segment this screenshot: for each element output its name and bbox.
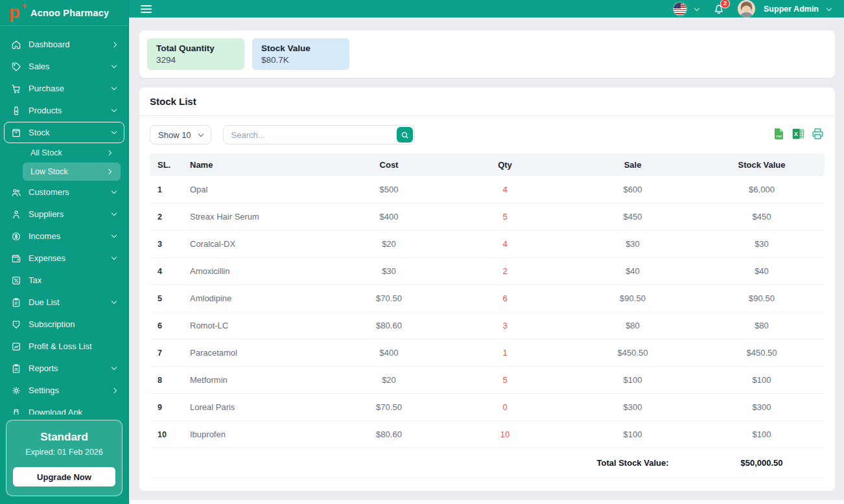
user-name[interactable]: Supper Admin [764, 5, 819, 14]
cell-sl: 4 [150, 258, 182, 285]
chevron-down-icon [111, 129, 117, 134]
content: Total Quantity 3294 Stock Value $80.7K S… [129, 17, 844, 491]
sidebar-item-dashboard[interactable]: Dashboard [4, 34, 124, 55]
chevron-right-icon [106, 169, 111, 174]
sidebar-item-products[interactable]: Products [4, 100, 124, 121]
us-flag-icon[interactable] [674, 3, 686, 16]
cell-stock_value: $100 [699, 367, 825, 394]
cell-sale: $100 [567, 421, 699, 448]
hamburger-icon[interactable] [141, 3, 152, 15]
sidebar-item-sales[interactable]: Sales [4, 56, 124, 77]
cell-sl: 1 [150, 176, 182, 203]
sidebar-item-suppliers[interactable]: Suppliers [4, 203, 124, 225]
sidebar-item-profit-loss-list[interactable]: Profit & Loss List [4, 336, 124, 357]
sidebar-item-label: Stock [29, 128, 105, 137]
sidebar-item-label: Download Apk [29, 407, 118, 415]
sidebar-item-due-list[interactable]: Due List [4, 292, 124, 313]
search-input[interactable] [223, 125, 415, 144]
cell-name: Opal [182, 176, 334, 203]
search-box [223, 125, 415, 144]
avatar[interactable] [738, 0, 755, 17]
total-stock-value-label: Total Stock Value: [567, 448, 699, 478]
table-row: 3Coralcal-DX$204$30$30 [150, 231, 825, 258]
sidebar-item-label: Incomes [29, 231, 105, 241]
topbar-right: 2 Supper Admin [674, 0, 831, 17]
cell-sl: 6 [150, 312, 182, 339]
table-row: 7Paracetamol$4001$450.50$450.50 [150, 339, 825, 367]
table-row: 4Amoxicillin$302$40$40 [150, 258, 825, 285]
cell-sale: $90.50 [567, 285, 699, 312]
cell-sale: $100 [567, 367, 699, 394]
sidebar-item-tax[interactable]: Tax [4, 269, 124, 291]
cart-icon [10, 83, 21, 94]
cell-cost: $400 [334, 339, 443, 367]
search-button[interactable] [397, 127, 413, 143]
column-header-stock-value: Stock Value [699, 154, 825, 176]
cell-name: Streax Hair Serum [182, 203, 334, 231]
show-entries-select[interactable]: Show 10 [150, 125, 211, 144]
footer-strip [129, 500, 844, 504]
cell-sl: 10 [150, 421, 182, 448]
sidebar-subitem-all-stock[interactable]: All Stock [23, 144, 121, 162]
chevron-down-icon [111, 299, 117, 304]
stat-value: $80.7K [261, 55, 340, 65]
sidebar-item-purchase[interactable]: Purchase [4, 78, 124, 99]
sidebar-item-incomes[interactable]: Incomes [4, 225, 124, 247]
sidebar-item-stock[interactable]: Stock [4, 122, 124, 143]
total-quantity-card: Total Quantity 3294 [147, 38, 244, 70]
brand[interactable]: p+ Acnoo Pharmacy [0, 0, 128, 26]
sidebar-subitem-label: Low Stock [30, 167, 107, 176]
upgrade-now-button[interactable]: Upgrade Now [13, 467, 115, 487]
cell-sl: 3 [150, 231, 182, 258]
cell-sl: 5 [150, 285, 182, 312]
sidebar-item-label: Settings [29, 385, 105, 395]
cell-qty: 5 [443, 203, 567, 231]
home-icon [10, 39, 21, 50]
cell-cost: $80.60 [334, 312, 443, 339]
sidebar-item-label: Products [29, 106, 105, 115]
pharmacy-logo-icon: p+ [9, 4, 25, 22]
cell-sale: $30 [567, 231, 699, 258]
cell-cost: $400 [334, 203, 443, 231]
user-chevron-down-icon[interactable] [826, 5, 832, 10]
cell-sl: 7 [150, 339, 182, 367]
cell-stock_value: $90.50 [699, 285, 825, 312]
table-row: 9Loreal Paris$70.500$300$300 [150, 394, 825, 421]
stock-table: SL.NameCostQtySaleStock Value 1Opal$5004… [150, 154, 825, 478]
medicine-icon [10, 105, 21, 116]
cell-stock_value: $450 [699, 203, 825, 231]
sidebar-item-customers[interactable]: Customers [4, 181, 124, 203]
column-header-cost: Cost [334, 154, 443, 176]
sidebar-item-subscription[interactable]: Subscription [4, 314, 124, 335]
cell-qty: 4 [443, 176, 567, 203]
language-chevron-down-icon[interactable] [694, 5, 699, 10]
cell-qty: 0 [443, 394, 567, 421]
cell-qty: 6 [443, 285, 567, 312]
printer-icon [811, 127, 825, 143]
notifications-button[interactable]: 2 [712, 3, 725, 16]
cell-sale: $300 [567, 394, 699, 421]
chevron-down-icon [111, 85, 117, 90]
export-csv-button[interactable]: CSV [771, 128, 786, 142]
subscription-icon [10, 319, 21, 330]
cell-name: Romot-LC [182, 312, 334, 339]
svg-text:CSV: CSV [776, 135, 782, 138]
reports-icon [10, 363, 21, 374]
sidebar-item-expenses[interactable]: Expenses [4, 247, 124, 269]
sidebar-item-reports[interactable]: Reports [4, 358, 124, 379]
export-print-button[interactable] [810, 128, 825, 142]
sidebar-item-download-apk[interactable]: Download Apk [4, 402, 124, 415]
column-header-sale: Sale [567, 154, 699, 176]
sidebar-item-settings[interactable]: Settings [4, 380, 124, 401]
cell-sale: $450 [567, 203, 699, 231]
cell-qty: 2 [443, 258, 567, 285]
export-excel-button[interactable]: X [791, 128, 805, 142]
cell-cost: $20 [334, 231, 443, 258]
sidebar-subitem-low-stock[interactable]: Low Stock [23, 163, 121, 181]
cell-sale: $600 [567, 176, 699, 203]
brand-name: Acnoo Pharmacy [30, 8, 109, 18]
table-row: 6Romot-LC$80.603$80$80 [150, 312, 825, 339]
cell-cost: $500 [334, 176, 443, 203]
stat-title: Stock Value [261, 43, 340, 53]
table-row: 5Amlodipine$70.506$90.50$90.50 [150, 285, 825, 312]
